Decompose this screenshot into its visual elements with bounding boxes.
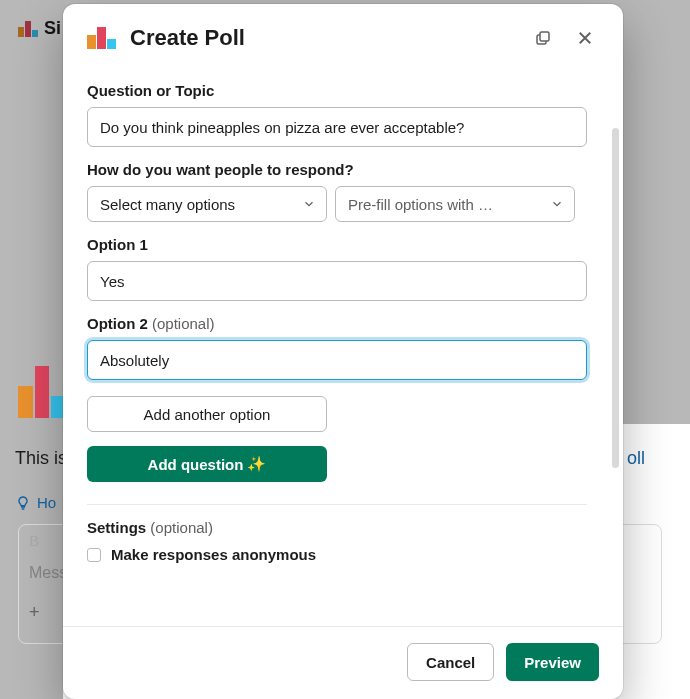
chevron-down-icon <box>302 197 316 211</box>
prefill-select[interactable]: Pre-fill options with … <box>335 186 575 222</box>
scrollbar[interactable] <box>612 128 619 468</box>
option1-input[interactable] <box>87 261 587 301</box>
option2-input[interactable] <box>87 340 587 380</box>
create-poll-modal: Create Poll Question or Topic How do you… <box>63 4 623 699</box>
channel-intro-fragment: This is <box>15 448 67 469</box>
response-mode-value: Select many options <box>100 196 235 213</box>
add-question-button[interactable]: Add question ✨ <box>87 446 327 482</box>
link-fragment: oll <box>627 448 645 469</box>
modal-header: Create Poll <box>63 4 623 68</box>
option1-label: Option 1 <box>87 236 587 253</box>
divider <box>87 504 587 505</box>
new-window-button[interactable] <box>529 24 557 52</box>
close-icon <box>576 29 594 47</box>
response-mode-select[interactable]: Select many options <box>87 186 327 222</box>
modal-footer: Cancel Preview <box>63 626 623 699</box>
prefill-value: Pre-fill options with … <box>348 196 493 213</box>
checkbox-icon[interactable] <box>87 548 101 562</box>
settings-heading: Settings (optional) <box>87 519 587 536</box>
hint-text-fragment: Ho <box>37 494 56 511</box>
preview-button[interactable]: Preview <box>506 643 599 681</box>
anonymous-label: Make responses anonymous <box>111 546 316 563</box>
modal-body: Question or Topic How do you want people… <box>63 68 623 626</box>
poll-logo-icon <box>87 27 116 49</box>
option2-label: Option 2 (optional) <box>87 315 587 332</box>
option2-optional: (optional) <box>152 315 215 332</box>
settings-optional: (optional) <box>150 519 213 536</box>
anonymous-setting[interactable]: Make responses anonymous <box>87 546 587 563</box>
question-label: Question or Topic <box>87 82 587 99</box>
hint-row: Ho <box>15 494 56 511</box>
add-option-button[interactable]: Add another option <box>87 396 327 432</box>
cancel-button[interactable]: Cancel <box>407 643 494 681</box>
lightbulb-icon <box>15 495 31 511</box>
new-window-icon <box>534 29 552 47</box>
modal-title: Create Poll <box>130 25 515 51</box>
sparkle-icon: ✨ <box>247 455 266 473</box>
svg-rect-0 <box>540 32 549 41</box>
question-input[interactable] <box>87 107 587 147</box>
chevron-down-icon <box>550 197 564 211</box>
large-bars-icon <box>18 360 66 418</box>
respond-label: How do you want people to respond? <box>87 161 587 178</box>
close-button[interactable] <box>571 24 599 52</box>
